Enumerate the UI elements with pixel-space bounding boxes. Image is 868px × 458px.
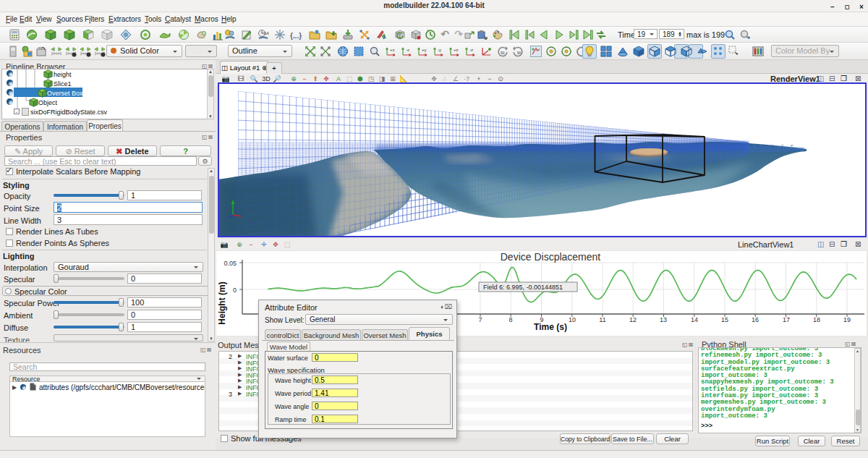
svg-text:-z: -z xyxy=(469,48,473,52)
svg-text:15: 15 xyxy=(721,316,728,323)
svg-text:+z: +z xyxy=(454,48,459,52)
svg-text:19: 19 xyxy=(843,316,851,323)
svg-text:11: 11 xyxy=(599,316,605,323)
svg-text:18: 18 xyxy=(813,316,820,323)
svg-text:Device Discplacement: Device Discplacement xyxy=(501,251,601,263)
svg-text:90: 90 xyxy=(517,51,522,55)
svg-text:12: 12 xyxy=(629,316,637,323)
svg-text:0: 0 xyxy=(233,287,237,294)
svg-text:+y: +y xyxy=(422,48,427,52)
svg-text:16: 16 xyxy=(752,316,759,323)
svg-text:7: 7 xyxy=(478,316,482,323)
svg-text:8: 8 xyxy=(509,316,512,323)
svg-text:10: 10 xyxy=(569,316,576,323)
svg-text:0.05: 0.05 xyxy=(224,260,237,267)
svg-text:Time (s): Time (s) xyxy=(534,322,567,332)
svg-text:90: 90 xyxy=(501,51,505,55)
svg-text:GAL: GAL xyxy=(264,32,269,35)
svg-text:17: 17 xyxy=(783,316,790,323)
svg-text:14: 14 xyxy=(691,316,698,323)
svg-text:-x: -x xyxy=(406,48,409,52)
svg-text:Height (m): Height (m) xyxy=(217,281,227,324)
svg-text:13: 13 xyxy=(660,316,667,323)
svg-text:+x: +x xyxy=(390,48,395,52)
svg-text:-y: -y xyxy=(438,48,441,52)
svg-text:Field 6: 6.995, -0.00144851: Field 6: 6.995, -0.00144851 xyxy=(483,284,563,291)
